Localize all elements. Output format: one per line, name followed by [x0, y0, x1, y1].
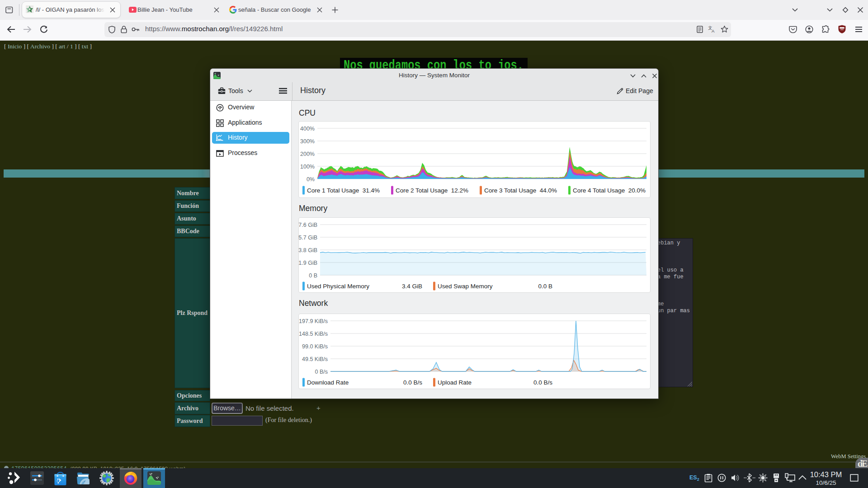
svg-text:49.5 KiB/s: 49.5 KiB/s	[302, 356, 328, 362]
svg-text:A: A	[712, 28, 715, 33]
svg-text:3.8 GiB: 3.8 GiB	[298, 247, 317, 253]
svg-text:Core 2 Total Usage: Core 2 Total Usage	[396, 187, 448, 194]
svg-text:Download Rate: Download Rate	[307, 379, 349, 386]
svg-text:0 B: 0 B	[309, 272, 317, 279]
svg-text:0.0 B: 0.0 B	[538, 283, 552, 290]
svg-text:100%: 100%	[300, 164, 315, 170]
svg-text:Core 3 Total Usage: Core 3 Total Usage	[484, 187, 536, 194]
svg-text:20.0%: 20.0%	[628, 187, 646, 194]
svg-text:0%: 0%	[307, 176, 315, 183]
svg-text:99.0 KiB/s: 99.0 KiB/s	[302, 343, 328, 350]
svg-text:5.7 GiB: 5.7 GiB	[298, 235, 317, 241]
svg-text:0.0 B/s: 0.0 B/s	[403, 379, 422, 386]
svg-text:197.9 KiB/s: 197.9 KiB/s	[299, 318, 328, 324]
svg-text:Core 1 Total Usage: Core 1 Total Usage	[307, 187, 359, 194]
svg-text:Used Swap Memory: Used Swap Memory	[438, 283, 493, 290]
svg-text:200%: 200%	[300, 151, 315, 157]
svg-text:148.5 KiB/s: 148.5 KiB/s	[299, 331, 328, 337]
svg-text:Upload Rate: Upload Rate	[438, 379, 472, 386]
svg-text:7.6 GiB: 7.6 GiB	[298, 222, 317, 228]
svg-text:0 B/s: 0 B/s	[315, 369, 328, 375]
svg-text:31.4%: 31.4%	[363, 187, 380, 194]
svg-text:1.9 GiB: 1.9 GiB	[298, 260, 317, 266]
svg-text:3.4 GiB: 3.4 GiB	[402, 283, 422, 290]
svg-text:Used Physical Memory: Used Physical Memory	[307, 283, 369, 290]
svg-text:0.0 B/s: 0.0 B/s	[533, 379, 552, 386]
svg-text:Core 4 Total Usage: Core 4 Total Usage	[573, 187, 625, 194]
svg-text:12.2%: 12.2%	[451, 187, 468, 194]
svg-text:44.0%: 44.0%	[540, 187, 557, 194]
svg-text:300%: 300%	[300, 138, 315, 145]
svg-text:400%: 400%	[300, 126, 315, 132]
